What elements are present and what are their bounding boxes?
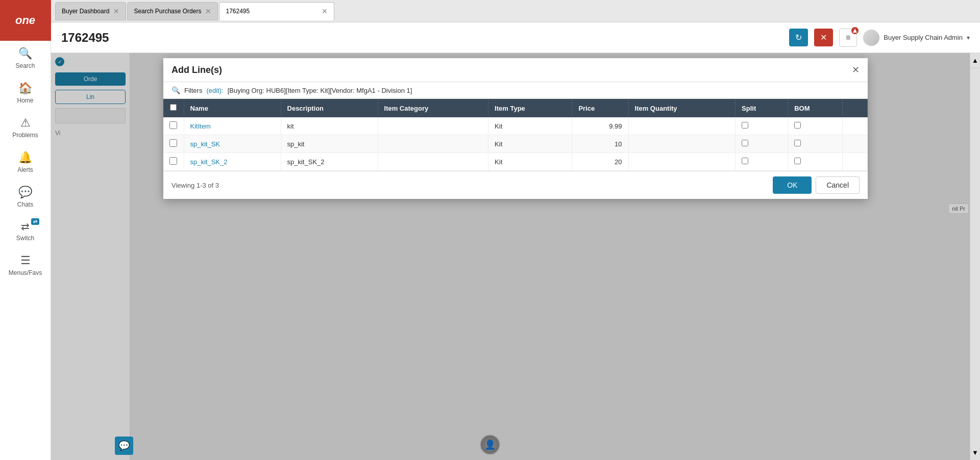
table-row: sp_kit_SK sp_kit Kit 10 [163,135,868,153]
sidebar-item-search[interactable]: 🔍 Search [0,41,51,75]
col-split: Split [736,99,788,117]
sidebar: one 🔍 Search 🏠 Home ⚠ Problems 🔔 Alerts … [0,0,51,460]
table-body: KitItem kit Kit 9.99 [163,117,868,171]
user-dropdown-arrow[interactable]: ▾ [967,34,970,41]
col-name: Name [184,99,281,117]
menu-icon: ☰ [20,254,31,267]
switch-badge: ⇄ [31,218,39,225]
row3-type: Kit [488,153,572,171]
right-scrollbar: ▲ ▼ [970,53,980,460]
scroll-down-arrow[interactable]: ▼ [970,445,980,460]
svg-marker-0 [853,29,857,33]
row1-actions [843,117,868,135]
notification-badge [851,27,859,34]
col-item-type: Item Type [488,99,572,117]
content-area: ✓ Orde Lin Vi Add Line(s) ✕ 🔍 Filters (e… [51,53,980,460]
modal-overlay: Add Line(s) ✕ 🔍 Filters (edit): [Buying … [51,53,980,460]
row3-checkbox-cell [163,153,184,171]
modal-footer: Viewing 1-3 of 3 OK Cancel [163,171,868,199]
row1-bom-checkbox[interactable] [794,122,801,129]
row2-category [378,135,488,153]
sidebar-item-switch[interactable]: ⇄ ⇄ Switch [0,214,51,248]
scroll-track [970,68,980,445]
sidebar-item-menus[interactable]: ☰ Menus/Favs [0,248,51,283]
home-icon: 🏠 [18,82,32,95]
menu-button[interactable]: ≡ [839,29,857,47]
search-icon: 🔍 [18,47,32,60]
row1-split [736,117,788,135]
filter-search-icon: 🔍 [172,86,180,94]
tab-close-1762495[interactable]: ✕ [322,7,328,15]
col-item-category: Item Category [378,99,488,117]
row1-name[interactable]: KitItem [184,117,281,135]
filter-label: Filters [184,87,202,94]
row2-checkbox[interactable] [169,139,177,147]
row1-price: 9.99 [572,117,628,135]
row1-split-checkbox[interactable] [742,122,748,129]
tab-close-buyer-dashboard[interactable]: ✕ [113,7,119,15]
col-price: Price [572,99,628,117]
row3-split-checkbox[interactable] [742,158,748,164]
row2-name[interactable]: sp_kit_SK [184,135,281,153]
row1-category [378,117,488,135]
modal-header: Add Line(s) ✕ [163,58,868,82]
row3-checkbox[interactable] [169,157,177,165]
page-header: 1762495 ↻ ✕ ≡ Buyer Supply Chain Admin ▾ [51,22,980,53]
row1-description: kit [281,117,378,135]
tab-search-purchase-orders[interactable]: Search Purchase Orders ✕ [127,2,218,20]
sidebar-item-problems[interactable]: ⚠ Problems [0,110,51,145]
row3-actions [843,153,868,171]
ok-button[interactable]: OK [773,176,812,194]
filter-tags: [Buying Org: HUB6][Item Type: Kit][Vendo… [228,87,412,94]
tab-search-input[interactable] [226,8,317,15]
col-actions [843,99,868,117]
switch-icon: ⇄ [21,220,30,233]
row1-checkbox[interactable] [169,121,177,129]
items-table: Name Description Item Category Item Type… [163,99,868,171]
sidebar-item-chats[interactable]: 💬 Chats [0,180,51,214]
close-button[interactable]: ✕ [814,29,833,46]
row1-checkbox-cell [163,117,184,135]
row3-bom-checkbox[interactable] [794,158,801,164]
cancel-button[interactable]: Cancel [816,176,860,194]
footer-buttons: OK Cancel [773,176,860,194]
row2-checkbox-cell [163,135,184,153]
sidebar-item-home[interactable]: 🏠 Home [0,75,51,110]
bell-icon: 🔔 [18,151,32,164]
row2-split-checkbox[interactable] [742,140,748,146]
select-all-checkbox[interactable] [170,104,177,111]
row2-bom [788,135,843,153]
row3-bom [788,153,843,171]
row3-name[interactable]: sp_kit_SK_2 [184,153,281,171]
table-header-row: Name Description Item Category Item Type… [163,99,868,117]
page-title: 1762495 [61,31,783,45]
user-area: Buyer Supply Chain Admin ▾ [863,30,970,46]
chat-fab-button[interactable]: 💬 [115,437,133,455]
scroll-up-arrow[interactable]: ▲ [970,53,980,68]
add-lines-modal: Add Line(s) ✕ 🔍 Filters (edit): [Buying … [163,58,868,199]
refresh-button[interactable]: ↻ [789,29,808,46]
col-description: Description [281,99,378,117]
row3-split [736,153,788,171]
tab-buyer-dashboard[interactable]: Buyer Dashboard ✕ [55,2,126,20]
row2-bom-checkbox[interactable] [794,140,801,146]
filter-edit-link[interactable]: (edit): [206,87,223,94]
col-item-quantity: Item Quantity [628,99,736,117]
tab-1762495[interactable]: ✕ [219,2,334,20]
modal-title: Add Line(s) [172,65,846,75]
chat-fab-icon: 💬 [118,440,130,451]
viewing-count: Viewing 1-3 of 3 [172,182,219,189]
sidebar-item-alerts[interactable]: 🔔 Alerts [0,145,51,180]
row1-type: Kit [488,117,572,135]
modal-close-button[interactable]: ✕ [852,64,860,75]
modal-table-container: Name Description Item Category Item Type… [163,99,868,171]
row3-description: sp_kit_SK_2 [281,153,378,171]
tabs-bar: Buyer Dashboard ✕ Search Purchase Orders… [51,0,980,22]
main-area: Buyer Dashboard ✕ Search Purchase Orders… [51,0,980,460]
tab-close-search-po[interactable]: ✕ [205,7,211,15]
chat-icon: 💬 [18,186,32,199]
filters-row: 🔍 Filters (edit): [Buying Org: HUB6][Ite… [163,82,868,99]
row2-actions [843,135,868,153]
user-avatar [863,30,879,46]
table-row: KitItem kit Kit 9.99 [163,117,868,135]
